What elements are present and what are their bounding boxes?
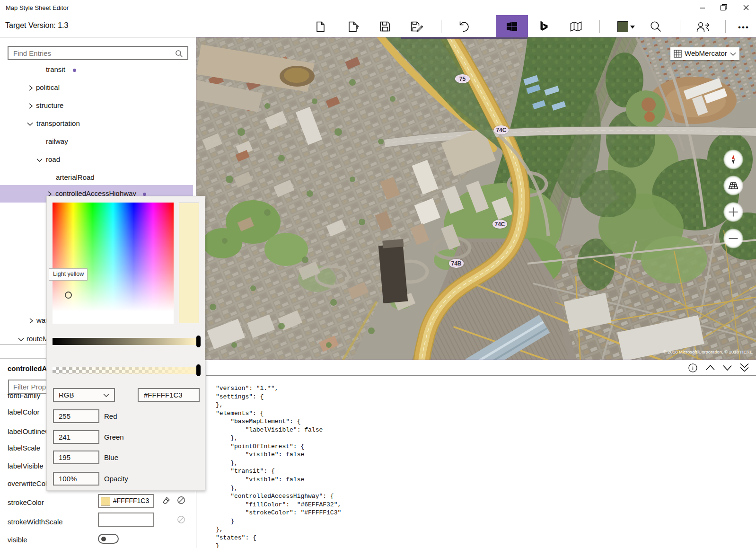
svg-text:© 2018 Microsoft Corporation,: © 2018 Microsoft Corporation, © 2018 HER…: [663, 349, 753, 354]
